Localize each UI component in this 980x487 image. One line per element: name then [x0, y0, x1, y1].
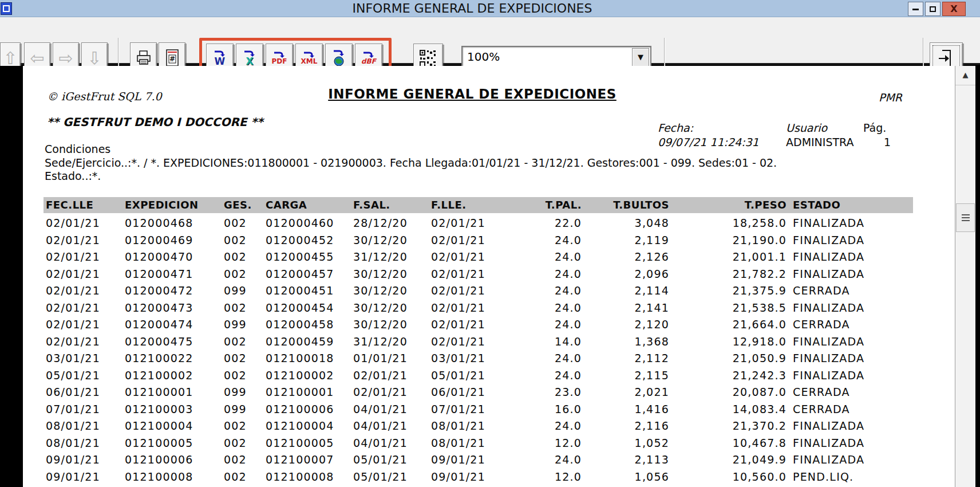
cell-estado: FINALIZADA [787, 300, 913, 317]
cell-t-pal: 24.0 [498, 300, 582, 317]
cell-fec-lle: 02/01/21 [46, 300, 125, 317]
table-row: 02/01/2101200047000201200045531/12/2002/… [44, 249, 913, 266]
cell-expedicion: 012100022 [125, 350, 224, 367]
cell-estado: CERRADA [787, 384, 913, 401]
table-row: 08/01/2101210000500201210000504/01/2108/… [44, 435, 913, 452]
fecha-value: 09/07/21 11:24:31 [658, 136, 759, 148]
cell-expedicion: 012000473 [125, 300, 224, 317]
cell-expedicion: 012100008 [125, 469, 224, 486]
cell-estado: FINALIZADA [787, 249, 913, 266]
cell-f-lle: 08/01/21 [431, 418, 498, 435]
report-page: © iGestFrut SQL 7.0 INFORME GENERAL DE E… [23, 66, 955, 487]
cell-expedicion: 012000474 [125, 316, 224, 333]
cell-f-lle: 02/01/21 [431, 232, 498, 249]
corner-tag: PMR [879, 91, 902, 104]
cell-carga: 012000451 [266, 282, 353, 300]
cell-t-bultos: 2,141 [582, 300, 669, 317]
cell-f-lle: 02/01/21 [431, 282, 498, 300]
chevron-down-icon: ▼ [638, 53, 643, 61]
toolbar: ⇧ ⇦ ⇨ ⇩ # W [0, 17, 980, 65]
cell-ges: 002 [224, 435, 266, 452]
maximize-button[interactable] [925, 2, 941, 16]
scrollbar-thumb[interactable] [956, 203, 975, 232]
vertical-scrollbar[interactable]: ▲ [955, 66, 975, 487]
cell-t-peso: 12,918.0 [669, 333, 787, 351]
cell-estado: FINALIZADA [787, 451, 913, 469]
cell-expedicion: 012100001 [125, 384, 224, 401]
cell-t-bultos: 2,113 [582, 451, 669, 469]
cell-t-pal: 16.0 [498, 401, 582, 418]
close-icon: X [950, 3, 957, 14]
column-header-f-sal: F.SAL. [353, 197, 431, 213]
fecha-label: Fecha: [658, 121, 693, 134]
company-name: ** GESTFRUT DEMO I DOCCORE ** [47, 115, 263, 129]
cell-f-lle: 02/01/21 [431, 266, 498, 283]
globe-icon [334, 56, 344, 66]
cell-expedicion: 012000468 [125, 215, 224, 232]
cell-carga: 012000458 [266, 316, 353, 333]
cell-carga: 012000455 [266, 249, 353, 266]
cell-ges: 099 [224, 384, 266, 401]
cell-estado: CERRADA [787, 401, 913, 418]
cell-estado: PEND.LIQ. [787, 469, 913, 486]
cell-expedicion: 012000472 [125, 282, 224, 300]
svg-text:#: # [169, 55, 175, 63]
cell-t-bultos: 2,096 [582, 266, 669, 283]
table-row: 02/01/2101200047500201200045931/12/2002/… [44, 333, 913, 351]
table-row: 02/01/2101200047100201200045730/12/2002/… [44, 266, 913, 283]
minimize-button[interactable] [908, 2, 923, 16]
table-row: 02/01/2101200046800201200046028/12/2002/… [44, 215, 913, 232]
scrollbar-up-button[interactable]: ▲ [955, 66, 975, 85]
cell-ges: 099 [224, 401, 266, 418]
cell-t-pal: 24.0 [498, 232, 582, 249]
cell-t-bultos: 2,119 [582, 232, 669, 249]
cell-t-pal: 12.0 [498, 435, 582, 452]
table-row: 08/01/2101210000400201210000404/01/2108/… [44, 418, 913, 435]
cell-estado: FINALIZADA [787, 367, 913, 384]
report-viewport: © iGestFrut SQL 7.0 INFORME GENERAL DE E… [0, 66, 980, 487]
cell-f-lle: 02/01/21 [431, 300, 498, 317]
cell-t-peso: 21,001.1 [669, 249, 787, 266]
cell-fec-lle: 06/01/21 [46, 384, 125, 401]
zoom-dropdown-button[interactable]: ▼ [632, 48, 649, 66]
thumb-grip-icon [962, 217, 970, 218]
cell-t-pal: 12.0 [498, 469, 582, 486]
cell-t-bultos: 1,056 [582, 469, 669, 486]
column-header-t-peso: T.PESO [669, 197, 787, 213]
condiciones-line2: Estado..:*. [45, 170, 101, 182]
table-row: 06/01/2101210000109901210000102/01/2106/… [44, 384, 913, 401]
zoom-value: 100% [467, 50, 500, 64]
usuario-label: Usuario [786, 121, 827, 134]
cell-f-sal: 30/12/20 [353, 300, 431, 317]
cell-t-bultos: 2,115 [582, 367, 669, 384]
zoom-combobox[interactable]: 100% ▼ [461, 46, 651, 69]
cell-t-peso: 14,083.4 [669, 401, 787, 418]
cell-f-sal: 05/01/21 [353, 451, 431, 469]
column-header-expedicion: EXPEDICION [125, 197, 224, 213]
printer-icon [136, 50, 152, 66]
cell-ges: 002 [224, 249, 266, 266]
title-bar[interactable]: INFORME GENERAL DE EXPEDICIONES X [0, 0, 980, 17]
cell-t-pal: 24.0 [498, 249, 582, 266]
column-header-t-pal: T.PAL. [498, 197, 582, 213]
table-row: 02/01/2101200047209901200045130/12/2002/… [44, 282, 913, 300]
thumb-grip-icon [962, 220, 970, 221]
close-button[interactable]: X [942, 2, 966, 16]
cell-expedicion: 012100004 [125, 418, 224, 435]
cell-f-sal: 30/12/20 [353, 232, 431, 249]
arrow-right-icon: ⇨ [58, 50, 73, 67]
cell-ges: 002 [224, 350, 266, 367]
usuario-value: ADMINISTRA [786, 136, 854, 148]
cell-expedicion: 012100003 [125, 401, 224, 418]
condiciones-label: Condiciones [45, 143, 110, 155]
cell-t-peso: 18,258.0 [669, 215, 787, 232]
cell-carga: 012100018 [266, 350, 353, 367]
cell-fec-lle: 08/01/21 [46, 418, 125, 435]
app-icon[interactable] [1, 2, 12, 15]
cell-t-pal: 23.0 [498, 384, 582, 401]
cell-ges: 002 [224, 300, 266, 317]
table-row: 07/01/2101210000309901210000604/01/2107/… [44, 401, 913, 418]
cell-f-sal: 30/12/20 [353, 282, 431, 300]
cell-t-peso: 21,375.9 [669, 282, 787, 300]
table-row: 03/01/2101210002200201210001801/01/2103/… [44, 350, 913, 367]
